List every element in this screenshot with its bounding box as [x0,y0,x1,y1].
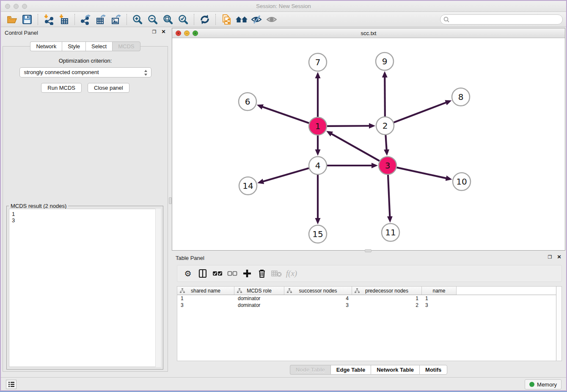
control-panel-header: Control Panel [1,27,170,38]
criterion-dropdown[interactable]: strongly connected component [19,67,151,77]
close-panel-button[interactable]: Close panel [88,83,129,93]
column-header-predecessor-nodes[interactable]: predecessor nodes [352,287,422,295]
node-table[interactable]: shared name MCDS role successor nodes pr… [177,286,562,361]
memory-button[interactable]: Memory [525,379,561,389]
column-tree-icon [287,288,292,295]
window-titlebar: Session: New Session [1,1,566,12]
graph-node-1[interactable]: 1 [309,117,327,135]
graph-edge-3-11[interactable] [388,175,390,217]
control-panel-title: Control Panel [5,30,38,36]
open-session-icon[interactable] [5,13,19,26]
select-all-rows-icon[interactable] [211,267,224,280]
main-toolbar [1,12,566,27]
tab-network-table[interactable]: Network Table [371,365,419,375]
graph-node-2[interactable]: 2 [376,117,394,135]
tab-network[interactable]: Network [30,41,62,51]
status-menu-button[interactable] [6,380,17,389]
network-view-window: ✕ − + scc.txt 7968124314101511 [172,28,565,251]
duplicate-network-icon[interactable] [220,13,233,26]
zoom-out-icon[interactable] [146,13,160,26]
graph-edge-2-8[interactable] [394,102,446,122]
float-panel-icon[interactable] [151,29,157,35]
deselect-all-rows-icon[interactable] [226,267,239,280]
graph-node-6[interactable]: 6 [239,93,256,110]
refresh-styles-icon[interactable] [198,13,212,26]
graph-node-9[interactable]: 9 [376,52,394,70]
add-column-icon[interactable] [241,267,253,280]
graph-node-14[interactable]: 14 [239,177,257,195]
tab-edge-table[interactable]: Edge Table [330,365,371,375]
mcds-result-text[interactable]: 1 3 [9,209,161,367]
first-neighbors-icon[interactable] [235,13,248,26]
table-settings-icon[interactable]: ⚙ [182,267,194,280]
svg-text:4: 4 [315,160,321,171]
graph-edge-4-14[interactable] [263,168,309,182]
table-panel-header: Table Panel [172,252,565,263]
export-image-icon[interactable] [109,13,123,26]
svg-text:6: 6 [245,97,250,107]
vertical-splitter-grip[interactable] [169,197,172,204]
column-header-name[interactable]: name [422,287,457,295]
export-table-icon[interactable] [94,13,107,26]
memory-label: Memory [537,381,557,388]
graph-edge-1-6[interactable] [262,107,309,123]
graph-node-8[interactable]: 8 [452,88,470,106]
show-all-icon[interactable] [265,13,279,26]
float-table-panel-icon[interactable] [547,254,553,260]
table-row[interactable]: 3 dominator 3 2 3 [177,302,561,309]
hide-selected-icon[interactable] [250,13,264,26]
run-mcds-button[interactable]: Run MCDS [41,83,82,93]
mcds-result-group: MCDS result (2 nodes) 1 3 [6,206,163,370]
network-window-title: scc.txt [172,30,565,36]
close-panel-icon[interactable] [161,29,166,35]
svg-text:10: 10 [456,177,467,187]
graph-edge-2-9[interactable] [385,77,385,116]
fx-label: f(x) [286,269,297,278]
network-graph[interactable]: 7968124314101511 [172,39,565,250]
graph-node-10[interactable]: 10 [453,173,471,190]
tab-style[interactable]: Style [62,41,85,51]
graph-edge-2-3[interactable] [385,135,386,150]
network-window-titlebar: ✕ − + scc.txt [172,28,565,38]
graph-node-7[interactable]: 7 [309,53,327,71]
graph-node-11[interactable]: 11 [382,224,399,241]
application-window: Session: New Session [0,0,567,392]
svg-text:3: 3 [385,160,391,171]
export-network-icon[interactable] [79,13,92,26]
list-icon [8,381,15,387]
graph-node-15[interactable]: 15 [309,225,327,243]
graph-edge-3-1[interactable] [331,134,380,161]
svg-text:1: 1 [315,121,321,131]
save-session-icon[interactable] [20,13,34,26]
tab-motifs[interactable]: Motifs [419,365,447,375]
search-input[interactable] [440,14,563,25]
tab-select[interactable]: Select [85,41,112,51]
tab-node-table[interactable]: Node Table [290,365,330,375]
column-header-shared-name[interactable]: shared name [177,287,234,295]
column-header-successor-nodes[interactable]: successor nodes [284,287,352,295]
graph-edge-3-10[interactable] [396,168,446,178]
table-row[interactable]: 1 dominator 4 1 1 [177,295,561,302]
close-table-panel-icon[interactable] [556,254,562,260]
column-header-mcds-role[interactable]: MCDS role [234,287,284,295]
zoom-selected-icon[interactable] [176,13,190,26]
import-network-icon[interactable] [42,13,55,26]
toolbar-separator [74,14,75,25]
graph-node-4[interactable]: 4 [309,157,327,174]
horizontal-splitter-grip[interactable] [365,249,372,252]
network-canvas[interactable]: 7968124314101511 [172,39,565,250]
import-table-icon[interactable] [57,13,71,26]
delete-table-icon[interactable] [270,267,283,280]
zoom-in-icon[interactable] [131,13,144,26]
delete-columns-icon[interactable] [256,267,268,280]
tab-mcds[interactable]: MCDS [112,41,140,51]
table-panel: Table Panel ⚙ [172,252,565,377]
split-columns-icon[interactable] [196,267,209,280]
result-scrollbar[interactable] [155,209,161,367]
table-header-row: shared name MCDS role successor nodes pr… [177,287,561,295]
column-tree-icon [180,288,185,295]
zoom-fit-icon[interactable] [161,13,175,26]
graph-node-3[interactable]: 3 [379,157,396,174]
table-scrollbar[interactable] [556,287,561,361]
graph-edge-1-2[interactable] [327,126,369,126]
